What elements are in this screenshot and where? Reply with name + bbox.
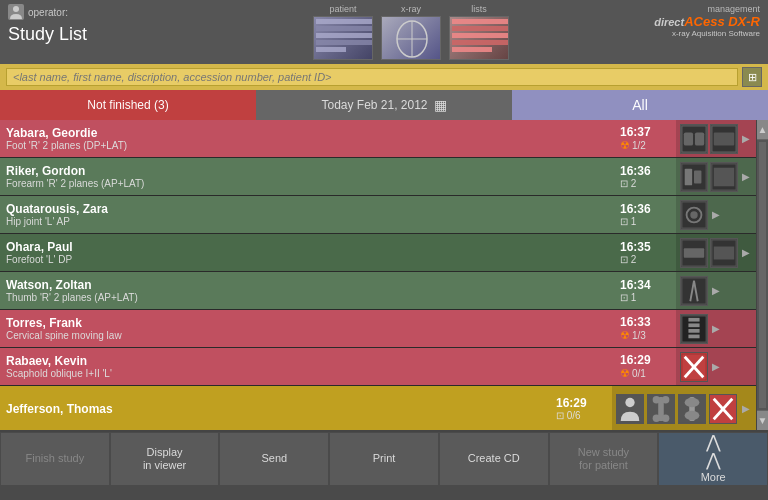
print-button[interactable]: Print [329,432,439,486]
scroll-down-button[interactable]: ▼ [757,410,768,430]
study-list[interactable]: Yabara, Geordie Foot 'R' 2 planes (DP+LA… [0,120,756,430]
study-info: Riker, Gordon Forearm 'R' 2 planes (AP+L… [0,158,616,195]
create-cd-button[interactable]: Create CD [439,432,549,486]
xray-thumb-label: x-ray [401,4,421,14]
radiation-icon: ☢ [620,367,630,380]
study-thumbnails: ▶ [676,272,756,309]
study-count: ⊡ 2 [620,254,636,265]
table-row[interactable]: Ohara, Paul Forefoot 'L' DP 16:35 ⊡ 2 ▶ [0,234,756,272]
svg-rect-3 [316,33,372,38]
expand-icon[interactable]: ▶ [740,133,752,144]
expand-icon[interactable]: ▶ [710,361,722,372]
header: operator: Study List patient x-ray [0,0,768,64]
expand-icon[interactable]: ▶ [740,403,752,414]
header-right: management directACess DX-R x-ray Aquisi… [654,4,760,38]
expand-icon[interactable]: ▶ [740,247,752,258]
svg-rect-4 [316,40,372,45]
svg-point-0 [13,6,19,12]
not-finished-filter[interactable]: Not finished (3) [0,90,256,120]
patient-name: Watson, Zoltan [6,278,610,292]
svg-rect-1 [316,19,372,24]
create-cd-label: Create CD [468,452,520,465]
operator-icon [8,4,24,20]
study-time: 16:36 [620,164,651,178]
radiation-icon: ☢ [620,329,630,342]
table-row[interactable]: Quatarousis, Zara Hip joint 'L' AP 16:36… [0,196,756,234]
patient-thumbnail[interactable] [313,16,373,60]
svg-rect-11 [452,33,508,38]
study-thumbnails: ▶ [676,158,756,195]
svg-rect-23 [714,167,734,186]
expand-icon[interactable]: ▶ [710,209,722,220]
search-input[interactable] [6,68,738,86]
xray-thumbnail[interactable] [381,16,441,60]
study-time-col: 16:36 ⊡ 1 [616,196,676,233]
mini-thumbnail-person [616,394,644,424]
scroll-thumb[interactable] [759,142,766,408]
patient-name: Jefferson, Thomas [6,402,546,416]
new-study-button[interactable]: New studyfor patient [549,432,659,486]
study-time: 16:34 [620,278,651,292]
study-time-col: 16:36 ⊡ 2 [616,158,676,195]
brand-logo: directACess DX-R [654,14,760,29]
expand-icon[interactable]: ▶ [710,285,722,296]
today-filter[interactable]: Today Feb 21, 2012 ▦ [256,90,512,120]
send-button[interactable]: Send [219,432,329,486]
svg-point-26 [690,211,697,218]
all-filter[interactable]: All [512,90,768,120]
study-time-col: 16:35 ⊡ 2 [616,234,676,271]
scroll-up-button[interactable]: ▲ [757,120,768,140]
patient-name: Quatarousis, Zara [6,202,610,216]
mini-thumbnail [680,124,708,154]
mini-thumbnail [710,162,738,192]
table-row[interactable]: Torres, Frank Cervical spine moving law … [0,310,756,348]
svg-rect-16 [695,132,704,145]
patient-name: Torres, Frank [6,316,610,330]
svg-rect-18 [714,132,734,145]
table-row[interactable]: Watson, Zoltan Thumb 'R' 2 planes (AP+LA… [0,272,756,310]
study-time: 16:37 [620,125,651,139]
study-thumbnails: ▶ [676,196,756,233]
table-row[interactable]: Riker, Gordon Forearm 'R' 2 planes (AP+L… [0,158,756,196]
expand-icon[interactable]: ▶ [710,323,722,334]
filter-bar: Not finished (3) Today Feb 21, 2012 ▦ Al… [0,90,768,120]
operator-label-text: operator: [28,7,68,18]
svg-point-52 [685,397,700,406]
more-button[interactable]: ⋀⋀ More [658,432,768,486]
table-row[interactable]: Yabara, Geordie Foot 'R' 2 planes (DP+LA… [0,120,756,158]
display-viewer-button[interactable]: Displayin viewer [110,432,220,486]
new-study-label: New studyfor patient [578,446,629,472]
study-time-col: 16:34 ⊡ 1 [616,272,676,309]
study-count: ☢1/2 [620,139,646,152]
study-thumbnails: ▶ [676,120,756,157]
svg-rect-15 [684,132,693,145]
study-info: Watson, Zoltan Thumb 'R' 2 planes (AP+LA… [0,272,616,309]
study-time-col: 16:33 ☢1/3 [616,310,676,347]
study-description: Thumb 'R' 2 planes (AP+LAT) [6,292,610,303]
finish-study-button[interactable]: Finish study [0,432,110,486]
mini-thumbnail [680,200,708,230]
study-description: Forefoot 'L' DP [6,254,610,265]
scrollbar[interactable]: ▲ ▼ [756,120,768,430]
lists-thumbnail[interactable] [449,16,509,60]
brand-sub: x-ray Aquisition Software [672,29,760,38]
table-row[interactable]: Jefferson, Thomas 16:29 ⊡ 0/6 [0,386,756,430]
search-button[interactable]: ⊞ [742,67,762,87]
svg-rect-37 [688,329,699,333]
expand-icon[interactable]: ▶ [740,171,752,182]
study-thumbnails: ▶ [676,348,756,385]
study-count: ☢0/1 [620,367,646,380]
xray-thumb-group: x-ray [381,4,441,60]
patient-name: Rabaev, Kevin [6,354,610,368]
mini-thumbnail [710,124,738,154]
svg-rect-30 [714,246,734,259]
table-row[interactable]: Rabaev, Kevin Scaphold oblique I+II 'L' … [0,348,756,386]
svg-rect-5 [316,47,346,52]
svg-point-49 [662,414,669,421]
svg-rect-20 [685,168,692,185]
mini-thumbnail [710,238,738,268]
svg-rect-35 [688,317,699,321]
patient-name: Riker, Gordon [6,164,610,178]
study-count: ☢1/3 [620,329,646,342]
print-label: Print [373,452,396,465]
